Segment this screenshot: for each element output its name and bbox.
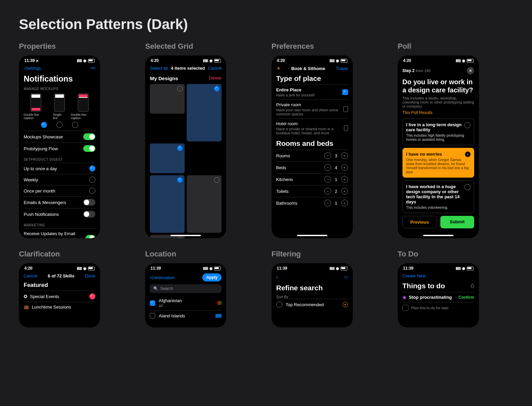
- row-updates: Receive Updates by Email: [24, 231, 86, 236]
- page-title: Selection Patterns (Dark): [19, 16, 513, 32]
- check-events[interactable]: [89, 293, 95, 299]
- toggle-updates[interactable]: [86, 235, 95, 239]
- kitchens-minus[interactable]: −: [324, 176, 331, 183]
- kitchens-plus[interactable]: +: [341, 176, 348, 183]
- radio-weekly[interactable]: [89, 177, 95, 183]
- digest-monthly[interactable]: Once per month: [24, 188, 55, 194]
- section-digest: SETPRODUCT DIGEST: [24, 158, 95, 161]
- back-button[interactable]: ‹Settings: [24, 66, 41, 71]
- mockup-radio-3[interactable]: [72, 122, 78, 128]
- clar-done[interactable]: Done: [85, 273, 95, 278]
- poll-results-link[interactable]: This Poll Results: [402, 110, 474, 115]
- toggle-push[interactable]: [83, 211, 95, 218]
- beds-minus[interactable]: −: [324, 164, 331, 171]
- rooms-beds: Rooms and beds: [276, 139, 348, 148]
- check-private[interactable]: [343, 106, 348, 112]
- poll-option-3[interactable]: I have worked in a huge design company o…: [402, 180, 474, 213]
- check-hotel[interactable]: [344, 125, 348, 131]
- baths-plus[interactable]: +: [341, 200, 348, 206]
- section-marketing: MARKETING: [24, 223, 95, 227]
- radio-top[interactable]: [276, 301, 282, 308]
- more-button[interactable]: •••: [91, 66, 95, 71]
- star-icon: ✪: [24, 294, 27, 299]
- close-button[interactable]: ✕: [467, 67, 474, 74]
- check-entire[interactable]: [342, 89, 348, 95]
- previous-button[interactable]: Previous: [402, 216, 437, 228]
- poll-radio-3[interactable]: [464, 184, 470, 190]
- grid-tile-1[interactable]: [150, 84, 185, 114]
- radio-daily[interactable]: [89, 165, 95, 172]
- phone-filt: 11:39◉ ‹ ▭ Refine search Sort By Top Rec…: [272, 263, 353, 328]
- beds-plus[interactable]: +: [341, 164, 348, 171]
- rooms-minus[interactable]: −: [324, 152, 331, 159]
- section-loc: Location: [145, 250, 260, 258]
- signal-icon: [77, 59, 82, 62]
- section-grid: Selected Grid: [145, 42, 260, 51]
- sun-icon[interactable]: ☀: [276, 66, 281, 71]
- check-ax[interactable]: [150, 313, 155, 318]
- star-badge-icon: ★: [343, 302, 348, 307]
- todo-title: Things to do: [402, 282, 445, 290]
- select-all-button[interactable]: Select all: [150, 66, 168, 71]
- home-indicator: [170, 235, 201, 236]
- poll-question: Do you live or work in a design care fac…: [402, 78, 474, 94]
- mockup-radio-1[interactable]: [41, 122, 47, 128]
- delete-link[interactable]: Delete: [209, 75, 222, 81]
- toggle-protoflow[interactable]: [83, 145, 95, 152]
- clar-cancel[interactable]: Cancel: [24, 273, 37, 278]
- apply-button[interactable]: Apply: [202, 273, 222, 281]
- grid-tile-4[interactable]: [187, 175, 222, 233]
- todo-check[interactable]: [402, 305, 409, 311]
- radio-monthly[interactable]: [89, 188, 95, 194]
- poll-radio-1[interactable]: [464, 122, 470, 128]
- confirm-button[interactable]: Confirm: [459, 295, 474, 300]
- phone-todo: 11:39◉ Create New Things to do ⎙ ◉Stop p…: [398, 263, 479, 328]
- flag-ax: [215, 314, 222, 318]
- poll-option-1[interactable]: I live in a long-term design care facili…: [402, 118, 474, 145]
- poll-option-2[interactable]: ✓ I have no worriesOne morning, when Gre…: [402, 148, 474, 178]
- flag-af: [215, 301, 222, 305]
- row-protoflow: Prototypung Flow: [24, 146, 58, 151]
- wifi-icon: ◉: [83, 59, 87, 63]
- section-poll: Poll: [398, 42, 513, 51]
- featured-title: Featured: [24, 282, 95, 289]
- section-prefs: Preferences: [272, 42, 387, 51]
- toggle-emails[interactable]: [83, 199, 95, 206]
- submit-button[interactable]: Submit: [440, 216, 474, 228]
- section-clar: Clarificaton: [19, 250, 134, 258]
- digest-daily[interactable]: Up to once a day: [24, 166, 57, 171]
- rooms-plus[interactable]: +: [341, 152, 348, 159]
- search-input[interactable]: 🔍Search: [150, 284, 222, 293]
- section-manage: MANAGE MOCKUPS: [24, 87, 95, 91]
- digest-weekly[interactable]: Weekly: [24, 177, 38, 182]
- phone-grid: 4:20◉ Select all 4 items selected Cancel…: [145, 55, 226, 238]
- refine-title: Refine search: [276, 284, 348, 292]
- travel-link[interactable]: Travel: [336, 66, 348, 71]
- phone-loc: 11:39◉ ‹Geolocation Apply 🔍Search Afghan…: [145, 263, 226, 328]
- section-filt: Filtering: [272, 250, 387, 258]
- toilets-plus[interactable]: +: [341, 188, 348, 195]
- type-of-place: Type of place: [276, 74, 348, 83]
- my-designs-title: My Designs: [150, 75, 178, 81]
- toilets-minus[interactable]: −: [324, 188, 331, 195]
- grid-tile-3[interactable]: [150, 143, 185, 173]
- toggle-showcase[interactable]: [83, 133, 95, 140]
- mockup-3[interactable]: [78, 93, 89, 112]
- printer-icon[interactable]: ⎙: [471, 283, 474, 289]
- row-showcase: Mockups Showcase: [24, 134, 63, 139]
- filt-back[interactable]: ‹: [276, 273, 278, 280]
- poll-radio-2[interactable]: ✓: [465, 152, 470, 157]
- grid-tile-5[interactable]: [150, 175, 185, 233]
- mockup-2[interactable]: [54, 93, 65, 112]
- bookmark-icon[interactable]: ▭: [344, 274, 348, 279]
- mockup-radio-2[interactable]: [56, 122, 63, 128]
- create-new-link[interactable]: Create New: [402, 273, 426, 278]
- grid-tile-2[interactable]: [187, 84, 222, 141]
- check-af[interactable]: [150, 300, 155, 306]
- baths-minus[interactable]: −: [324, 200, 331, 206]
- notifications-title: Notifications: [24, 74, 95, 84]
- mockup-1[interactable]: [30, 93, 41, 112]
- loc-back[interactable]: ‹Geolocation: [150, 275, 175, 280]
- cancel-button[interactable]: Cancel: [208, 66, 222, 71]
- row-push: Push Notifications: [24, 212, 59, 217]
